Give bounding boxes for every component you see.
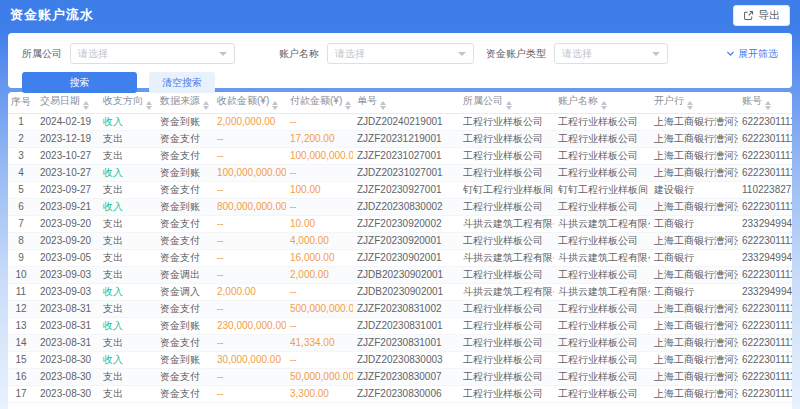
table-row: 82023-09-20支出资金支付--4,000.00ZJZF202309200… bbox=[8, 232, 792, 249]
sort-icon[interactable] bbox=[203, 101, 209, 110]
cell-bank: 上海工商银行漕河泾支行 bbox=[650, 147, 738, 164]
cell-account_no: 6222301111 bbox=[738, 232, 792, 249]
search-button[interactable]: 搜索 bbox=[22, 72, 137, 93]
cell-source: 资金支付 bbox=[156, 147, 213, 164]
cell-order_no: ZJZF20230831001 bbox=[353, 334, 459, 351]
cell-direction: 收入 bbox=[99, 351, 156, 368]
sort-icon[interactable] bbox=[345, 101, 351, 110]
cell-source: 资金支付 bbox=[156, 181, 213, 198]
cell-bank: 上海工商银行漕河泾支行 bbox=[650, 164, 738, 181]
col-header-pay[interactable]: 付款金额(¥) bbox=[286, 92, 353, 113]
cell-receive: -- bbox=[213, 334, 286, 351]
cell-date: 2024-02-19 bbox=[36, 113, 99, 130]
cell-account_no: 6222301111 bbox=[738, 334, 792, 351]
cell-pay: 50,000,000.00 bbox=[286, 368, 353, 385]
sort-icon[interactable] bbox=[83, 101, 89, 110]
cell-direction: 支出 bbox=[99, 334, 156, 351]
cell-order_no: ZJZF20230927001 bbox=[353, 181, 459, 198]
cell-account_no: 6222301111 bbox=[738, 385, 792, 402]
clear-search-button[interactable]: 清空搜索 bbox=[149, 72, 215, 93]
cell-date: 2023-12-19 bbox=[36, 130, 99, 147]
cell-date: 2023-09-21 bbox=[36, 198, 99, 215]
sort-icon[interactable] bbox=[380, 101, 386, 110]
cell-source: 资金支付 bbox=[156, 300, 213, 317]
expand-filters-link[interactable]: 展开筛选 bbox=[726, 47, 778, 61]
cell-index: 6 bbox=[8, 198, 36, 215]
col-header-order_no[interactable]: 单号 bbox=[353, 92, 459, 113]
cell-company: 斗拱云建筑工程有限公司 bbox=[459, 249, 554, 266]
col-header-date[interactable]: 交易日期 bbox=[36, 92, 99, 113]
export-button[interactable]: 导出 bbox=[733, 5, 790, 26]
cell-direction: 收入 bbox=[99, 198, 156, 215]
table-row: 142023-08-31支出资金支付--41,334.00ZJZF2023083… bbox=[8, 334, 792, 351]
cell-date: 2023-09-05 bbox=[36, 249, 99, 266]
cell-company: 工程行业样板公司 bbox=[459, 317, 554, 334]
table-row: 122023-08-31支出资金支付--500,000,000.00ZJZF20… bbox=[8, 300, 792, 317]
cell-direction: 收入 bbox=[99, 113, 156, 130]
cell-direction: 支出 bbox=[99, 215, 156, 232]
cell-account_no: 6222301111 bbox=[738, 351, 792, 368]
cell-date: 2023-09-20 bbox=[36, 232, 99, 249]
cell-account_no: 6222301111 bbox=[738, 266, 792, 283]
page-title: 资金账户流水 bbox=[10, 6, 94, 24]
chevron-down-icon bbox=[219, 52, 227, 56]
company-filter-select[interactable]: 请选择 bbox=[70, 43, 235, 64]
sort-icon[interactable] bbox=[506, 101, 512, 110]
col-header-bank[interactable]: 开户行 bbox=[650, 92, 738, 113]
cell-company: 工程行业样板公司 bbox=[459, 147, 554, 164]
col-header-receive[interactable]: 收款金额(¥) bbox=[213, 92, 286, 113]
cell-account_no: 6222301111 bbox=[738, 300, 792, 317]
col-header-account_name[interactable]: 账户名称 bbox=[554, 92, 650, 113]
col-header-label: 收款金额(¥) bbox=[217, 95, 269, 106]
sort-icon[interactable] bbox=[765, 101, 771, 110]
cell-direction: 支出 bbox=[99, 385, 156, 402]
cell-bank: 建设银行 bbox=[650, 181, 738, 198]
cell-bank: 上海工商银行漕河泾支行 bbox=[650, 334, 738, 351]
col-header-label: 所属公司 bbox=[463, 95, 503, 106]
cell-receive: 30,000,000.00 bbox=[213, 351, 286, 368]
cell-receive: -- bbox=[213, 266, 286, 283]
cell-pay: 41,334.00 bbox=[286, 334, 353, 351]
cell-account_name: 工程行业样板公司 bbox=[554, 147, 650, 164]
cell-index: 4 bbox=[8, 164, 36, 181]
sort-icon[interactable] bbox=[687, 101, 693, 110]
cell-index: 10 bbox=[8, 266, 36, 283]
table-row: 112023-09-03收入资金调入2,000.00--ZJDB20230902… bbox=[8, 283, 792, 300]
sort-icon[interactable] bbox=[272, 101, 278, 110]
cell-bank: 上海工商银行漕河泾支行 bbox=[650, 300, 738, 317]
cell-company: 钉钉工程行业样板间 bbox=[459, 181, 554, 198]
cell-account_name: 工程行业样板公司 bbox=[554, 266, 650, 283]
cell-direction: 收入 bbox=[99, 164, 156, 181]
cell-pay: 3,300.00 bbox=[286, 385, 353, 402]
table-row: 92023-09-05支出资金支付--16,000.00ZJZF20230902… bbox=[8, 249, 792, 266]
sort-icon[interactable] bbox=[601, 101, 607, 110]
cell-account_name: 斗拱云建筑工程有限公司 bbox=[554, 283, 650, 300]
chevron-down-icon bbox=[458, 52, 466, 56]
col-header-source[interactable]: 数据来源 bbox=[156, 92, 213, 113]
cell-index: 3 bbox=[8, 147, 36, 164]
cell-account_name: 工程行业样板公司 bbox=[554, 164, 650, 181]
cell-account_no: 2332949941 bbox=[738, 249, 792, 266]
col-header-company[interactable]: 所属公司 bbox=[459, 92, 554, 113]
account-type-filter-select[interactable]: 请选择 bbox=[554, 43, 668, 64]
filter-row: 所属公司 请选择 账户名称 请选择 资金账户类型 请选择 bbox=[22, 43, 778, 64]
cell-pay: -- bbox=[286, 283, 353, 300]
cell-account_no: 2332949941 bbox=[738, 215, 792, 232]
fund-account-flow-page: 资金账户流水 导出 所属公司 请选择 账户名称 请选择 bbox=[0, 0, 800, 409]
cell-account_name: 工程行业样板公司 bbox=[554, 113, 650, 130]
cell-receive: 2,000.00 bbox=[213, 283, 286, 300]
col-header-index: 序号 bbox=[8, 92, 36, 113]
col-header-direction[interactable]: 收支方向 bbox=[99, 92, 156, 113]
table-row: 152023-08-30收入资金到账30,000,000.00--ZJDZ202… bbox=[8, 351, 792, 368]
table-row: 22023-12-19支出资金支付--17,200.00ZJZF20231219… bbox=[8, 130, 792, 147]
cell-receive: -- bbox=[213, 249, 286, 266]
transactions-table: 序号交易日期收支方向数据来源收款金额(¥)付款金额(¥)单号所属公司账户名称开户… bbox=[8, 92, 792, 403]
cell-source: 资金到账 bbox=[156, 317, 213, 334]
sort-icon[interactable] bbox=[146, 101, 152, 110]
col-header-account_no[interactable]: 账号 bbox=[738, 92, 792, 113]
cell-bank: 上海工商银行漕河泾支行 bbox=[650, 368, 738, 385]
cell-date: 2023-08-30 bbox=[36, 368, 99, 385]
cell-pay: 100,000,000.00 bbox=[286, 147, 353, 164]
cell-index: 14 bbox=[8, 334, 36, 351]
account-name-filter-select[interactable]: 请选择 bbox=[327, 43, 474, 64]
